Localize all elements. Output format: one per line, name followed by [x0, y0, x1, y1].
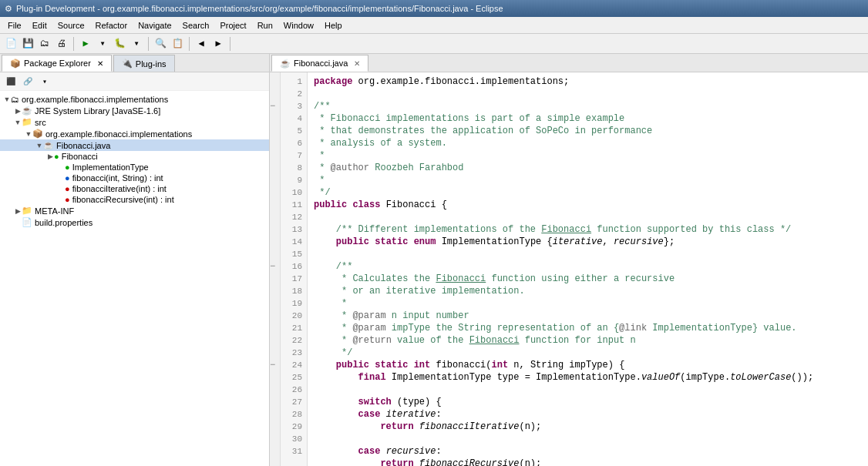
- debug-dropdown[interactable]: ▾: [129, 36, 144, 52]
- code-editor[interactable]: − − −: [270, 72, 868, 466]
- code-content[interactable]: package org.example.fibonacci.implementa…: [308, 72, 868, 466]
- link-editor-btn[interactable]: 🔗: [20, 74, 35, 89]
- jre-icon: ☕: [22, 106, 32, 116]
- tree-fib-iterative[interactable]: ● fibonacciIterative(int) : int: [0, 183, 269, 194]
- impl-type-label: ImplementationType: [72, 163, 149, 172]
- build-props-label: build.properties: [35, 218, 93, 227]
- tree-implementation-type[interactable]: ● ImplementationType: [0, 162, 269, 173]
- tree-jre[interactable]: ▶ ☕ JRE System Library [JavaSE-1.6]: [0, 105, 269, 116]
- class-icon: ●: [54, 152, 59, 161]
- expand-project[interactable]: ▼: [3, 96, 11, 103]
- meta-inf-label: META-INF: [35, 206, 74, 216]
- editor-tab-close[interactable]: ✕: [354, 59, 360, 68]
- fibonacci-class-label: Fibonacci: [62, 152, 98, 161]
- run-btn[interactable]: ▶: [78, 36, 93, 52]
- tree-fibonacci-class[interactable]: ▶ ● Fibonacci: [0, 151, 269, 162]
- sidebar: 📦 Package Explorer ✕ 🔌 Plug-ins ⬛ 🔗 ▾ ▼ …: [0, 54, 270, 466]
- src-label: src: [35, 118, 46, 127]
- tree-src[interactable]: ▼ 📁 src: [0, 116, 269, 128]
- menu-source[interactable]: Source: [53, 19, 89, 32]
- next-btn[interactable]: ▶: [210, 36, 226, 52]
- private-method-icon2: ●: [65, 195, 70, 204]
- menubar: File Edit Source Refactor Navigate Searc…: [0, 17, 868, 34]
- editor-area: ☕ Fibonacci.java ✕ −: [270, 54, 868, 466]
- expand-meta[interactable]: ▶: [14, 207, 22, 215]
- tab-package-explorer-label: Package Explorer: [24, 59, 91, 68]
- menu-window[interactable]: Window: [279, 19, 318, 32]
- meta-inf-icon: 📁: [22, 206, 32, 216]
- plugins-icon: 🔌: [122, 59, 133, 69]
- new-btn[interactable]: 📄: [3, 36, 19, 52]
- public-method-icon: ●: [65, 173, 70, 183]
- tab-plugins-label: Plug-ins: [136, 59, 167, 69]
- package-explorer-icon: 📦: [10, 59, 21, 69]
- titlebar: ⚙ Plug-in Development - org.example.fibo…: [0, 0, 868, 17]
- print-btn[interactable]: 🖨: [54, 36, 69, 52]
- sidebar-toolbar: ⬛ 🔗 ▾: [0, 72, 269, 91]
- menu-project[interactable]: Project: [215, 19, 251, 32]
- expand-fib-java[interactable]: ▼: [35, 142, 43, 149]
- toolbar: 📄 💾 🗂 🖨 ▶ ▾ 🐛 ▾ 🔍 📋 ◀ ▶: [0, 34, 868, 54]
- sep4: [230, 37, 230, 51]
- search-btn[interactable]: 🔍: [153, 36, 168, 52]
- props-icon: 📄: [22, 217, 32, 227]
- menu-refactor[interactable]: Refactor: [91, 19, 133, 32]
- jre-label: JRE System Library [JavaSE-1.6]: [35, 106, 160, 116]
- tree-fibonacci-method[interactable]: ● fibonacci(int, String) : int: [0, 173, 269, 183]
- tree-package[interactable]: ▼ 📦 org.example.fibonacci.implementation…: [0, 128, 269, 139]
- sep3: [189, 37, 190, 51]
- save-btn[interactable]: 💾: [20, 36, 35, 52]
- fib-iterative-label: fibonacciIterative(int) : int: [72, 184, 167, 193]
- line-numbers: 12345 678910 1112131415 1617181920 21222…: [281, 72, 308, 466]
- menu-edit[interactable]: Edit: [28, 19, 52, 32]
- expand-src[interactable]: ▼: [14, 119, 22, 126]
- tab-package-explorer[interactable]: 📦 Package Explorer ✕: [2, 55, 112, 72]
- tab-plugins[interactable]: 🔌 Plug-ins: [113, 55, 175, 72]
- fibonacci-java-label: Fibonacci.java: [56, 141, 110, 150]
- sidebar-tabs: 📦 Package Explorer ✕ 🔌 Plug-ins: [0, 54, 269, 72]
- java-file-icon: ☕: [43, 140, 54, 150]
- collapse-all-btn[interactable]: ⬛: [3, 74, 19, 89]
- private-method-icon1: ●: [65, 184, 70, 193]
- titlebar-text: Plug-in Development - org.example.fibona…: [16, 4, 503, 13]
- menu-run[interactable]: Run: [253, 19, 278, 32]
- expand-fib-class[interactable]: ▶: [46, 153, 54, 160]
- project-label: org.example.fibonacci.implementations: [22, 95, 168, 104]
- sep1: [73, 37, 74, 51]
- expand-package[interactable]: ▼: [25, 130, 32, 138]
- tree-project[interactable]: ▼ 🗂 org.example.fibonacci.implementation…: [0, 94, 269, 105]
- save-all-btn[interactable]: 🗂: [37, 36, 52, 52]
- package-explorer-close[interactable]: ✕: [97, 59, 103, 68]
- prev-btn[interactable]: ◀: [193, 36, 209, 52]
- expand-jre[interactable]: ▶: [14, 107, 22, 115]
- editor-tabs: ☕ Fibonacci.java ✕: [270, 54, 868, 72]
- main-area: 📦 Package Explorer ✕ 🔌 Plug-ins ⬛ 🔗 ▾ ▼ …: [0, 54, 868, 466]
- project-icon: 🗂: [11, 95, 19, 104]
- src-icon: 📁: [22, 117, 32, 127]
- view-menu-btn[interactable]: ▾: [37, 74, 52, 89]
- file-tree: ▼ 🗂 org.example.fibonacci.implementation…: [0, 91, 269, 466]
- package-label: org.example.fibonacci.implementations: [45, 129, 192, 139]
- menu-help[interactable]: Help: [320, 19, 347, 32]
- tab-fibonacci-java[interactable]: ☕ Fibonacci.java ✕: [271, 55, 368, 72]
- history-btn[interactable]: 📋: [170, 36, 185, 52]
- tree-meta-inf[interactable]: ▶ 📁 META-INF: [0, 205, 269, 216]
- eclipse-icon: ⚙: [5, 4, 12, 14]
- fib-recursive-label: fibonacciRecursive(int) : int: [72, 195, 174, 204]
- sep2: [148, 37, 149, 51]
- menu-navigate[interactable]: Navigate: [133, 19, 176, 32]
- package-icon: 📦: [32, 129, 43, 139]
- tree-fib-recursive[interactable]: ● fibonacciRecursive(int) : int: [0, 194, 269, 205]
- tree-fibonacci-java[interactable]: ▼ ☕ Fibonacci.java: [0, 139, 269, 151]
- fold-gutter: − − −: [270, 72, 281, 466]
- editor-tab-icon: ☕: [280, 59, 291, 69]
- tree-build-props[interactable]: 📄 build.properties: [0, 216, 269, 228]
- editor-tab-label: Fibonacci.java: [294, 59, 348, 68]
- menu-file[interactable]: File: [3, 19, 26, 32]
- run-dropdown[interactable]: ▾: [95, 36, 110, 52]
- debug-btn[interactable]: 🐛: [112, 36, 127, 52]
- menu-search[interactable]: Search: [178, 19, 214, 32]
- fibonacci-method-label: fibonacci(int, String) : int: [72, 173, 163, 183]
- enum-icon: ●: [65, 163, 70, 172]
